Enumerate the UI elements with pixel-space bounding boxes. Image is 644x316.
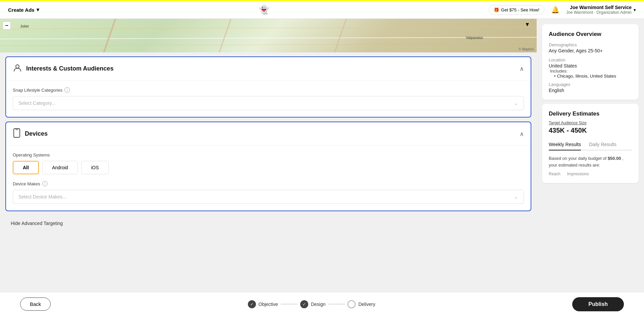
back-button[interactable]: Back <box>20 298 51 311</box>
results-tabs: Weekly Results Daily Results <box>549 139 632 150</box>
bottom-bar: Back ✓ Objective ✓ Design Delivery Publi… <box>0 292 644 316</box>
user-name: Joe Warnimont Self Service <box>566 5 632 10</box>
interests-header-left: Interests & Custom Audiences <box>13 63 113 74</box>
step-objective: ✓ Objective <box>248 300 278 308</box>
audience-overview-card: Audience Overview Demographics Any Gende… <box>542 24 639 100</box>
map-area: − Joliet Valparaiso © Mapbox ▼ <box>0 19 537 52</box>
svg-line-2 <box>219 19 231 52</box>
location-value: United States <box>549 63 632 69</box>
left-content: − Joliet Valparaiso © Mapbox ▼ <box>0 19 537 292</box>
svg-point-6 <box>16 65 19 68</box>
devices-collapse-button[interactable]: ∧ <box>520 130 524 138</box>
svg-line-3 <box>335 19 346 52</box>
reach-label: Reach <box>549 172 560 176</box>
user-role: Joe Warnimont · Organization Admin <box>566 10 632 15</box>
promo-button[interactable]: 🎁 Get $75 - See How! <box>489 5 544 15</box>
languages-label: Languages <box>549 82 632 87</box>
snap-lifestyle-info-icon[interactable]: i <box>64 87 70 93</box>
step-line-2 <box>328 304 345 304</box>
device-makes-chevron-icon: ⌄ <box>514 194 518 199</box>
daily-results-tab[interactable]: Daily Results <box>589 139 616 150</box>
step-delivery-circle <box>347 300 356 308</box>
step-delivery: Delivery <box>347 300 375 308</box>
notifications-bell-icon[interactable]: 🔔 <box>551 6 559 14</box>
svg-line-0 <box>0 37 537 39</box>
location-item: • Chicago, Illinois, United States <box>554 74 632 79</box>
os-label: Operating Systems <box>13 152 524 157</box>
target-audience-size-label: Target Audience Size <box>549 121 632 125</box>
delivery-estimates-card: Delivery Estimates Target Audience Size … <box>542 104 639 183</box>
reach-column: Reach <box>549 172 560 176</box>
os-ios-button[interactable]: iOS <box>81 161 108 174</box>
create-ads-chevron: ▾ <box>37 7 39 13</box>
back-label: Back <box>30 301 41 307</box>
device-makes-placeholder: Select Device Makes... <box>18 194 66 199</box>
devices-header-left: Devices <box>13 128 48 139</box>
snapchat-logo-icon: 👻 <box>259 5 269 15</box>
budget-amount: $50.00 <box>608 156 621 161</box>
svg-line-5 <box>0 44 537 46</box>
target-audience-size-value: 435K - 450K <box>549 127 632 134</box>
location-label: Location <box>549 57 632 62</box>
svg-rect-7 <box>14 129 20 137</box>
delivery-estimates-title: Delivery Estimates <box>549 110 632 117</box>
map-background: − Joliet Valparaiso © Mapbox ▼ <box>0 19 537 52</box>
snap-lifestyle-dropdown[interactable]: Select Category... ⌄ <box>13 96 524 110</box>
step-objective-circle: ✓ <box>248 300 256 308</box>
user-details: Joe Warnimont Self Service Joe Warnimont… <box>566 5 632 15</box>
budget-prefix: Based on your daily budget of <box>549 156 608 161</box>
hide-advanced-targeting-button[interactable]: Hide Advanced Targeting <box>5 215 531 231</box>
os-buttons-group: All Android iOS <box>13 161 524 174</box>
step-design-label: Design <box>311 302 326 307</box>
device-makes-info-icon[interactable]: i <box>42 181 48 186</box>
device-makes-dropdown[interactable]: Select Device Makes... ⌄ <box>13 190 524 204</box>
phone-icon <box>13 128 21 139</box>
right-sidebar: Audience Overview Demographics Any Gende… <box>537 19 644 292</box>
interests-section-body: Snap Lifestyle Categories i Select Categ… <box>6 81 531 117</box>
main-container: − Joliet Valparaiso © Mapbox ▼ <box>0 19 644 292</box>
topbar: Create Ads ▾ 👻 🎁 Get $75 - See How! 🔔 Jo… <box>0 0 644 19</box>
budget-text: Based on your daily budget of $50.00 , y… <box>549 155 632 168</box>
devices-section-body: Operating Systems All Android iOS Device… <box>6 146 531 211</box>
bullet-icon: • <box>554 74 556 79</box>
person-icon <box>13 63 22 74</box>
svg-line-1 <box>104 19 115 52</box>
publish-button[interactable]: Publish <box>572 297 624 311</box>
snap-lifestyle-label: Snap Lifestyle Categories i <box>13 87 524 93</box>
svg-line-4 <box>0 27 537 29</box>
reach-impressions-row: Reach Impressions <box>549 172 632 176</box>
step-design: ✓ Design <box>300 300 326 308</box>
map-zoom-out-button[interactable]: − <box>3 21 11 30</box>
devices-section-header: Devices ∧ <box>6 122 531 146</box>
create-ads-menu[interactable]: Create Ads ▾ <box>8 7 39 13</box>
gift-icon: 🎁 <box>494 7 499 12</box>
location-includes: Includes: <box>550 69 632 74</box>
map-label-valparaiso: Valparaiso <box>466 36 483 40</box>
audience-overview-title: Audience Overview <box>549 31 632 38</box>
devices-section-card: Devices ∧ Operating Systems All Android … <box>5 122 531 211</box>
step-delivery-label: Delivery <box>358 302 375 307</box>
interests-collapse-button[interactable]: ∧ <box>520 65 524 73</box>
progress-steps: ✓ Objective ✓ Design Delivery <box>248 300 376 308</box>
languages-value: English <box>549 88 632 93</box>
impressions-label: Impressions <box>567 172 589 176</box>
os-android-button[interactable]: Android <box>42 161 78 174</box>
weekly-results-tab[interactable]: Weekly Results <box>549 139 581 150</box>
step-objective-label: Objective <box>259 302 278 307</box>
demographics-value: Any Gender, Ages 25-50+ <box>549 48 632 53</box>
devices-section-title: Devices <box>25 130 48 137</box>
snap-lifestyle-placeholder: Select Category... <box>18 100 55 106</box>
map-label-joliet: Joliet <box>20 24 29 28</box>
interests-section-header: Interests & Custom Audiences ∧ <box>6 57 531 81</box>
os-all-button[interactable]: All <box>13 161 39 174</box>
topbar-actions: 🎁 Get $75 - See How! 🔔 Joe Warnimont Sel… <box>489 5 636 15</box>
device-makes-label: Device Makes i <box>13 181 524 186</box>
map-svg <box>0 19 537 52</box>
snap-lifestyle-chevron-icon: ⌄ <box>514 100 518 106</box>
user-menu[interactable]: Joe Warnimont Self Service Joe Warnimont… <box>566 5 636 15</box>
map-label-mapbox: © Mapbox <box>519 47 534 51</box>
user-menu-chevron-icon: ▾ <box>634 7 636 12</box>
create-ads-label: Create Ads <box>8 7 35 13</box>
step-design-circle: ✓ <box>300 300 308 308</box>
publish-label: Publish <box>588 301 608 307</box>
